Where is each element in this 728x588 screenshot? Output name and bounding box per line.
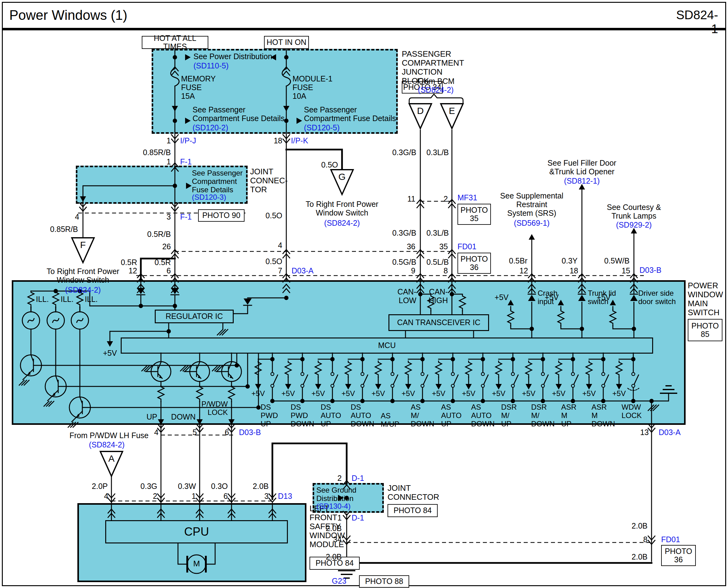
fuel-ref: (SD812-1) — [564, 176, 600, 185]
conn-d13: D13 — [278, 492, 292, 500]
pin-ipj: 1 — [167, 136, 171, 145]
pin-36: 36 — [407, 242, 415, 251]
pin-26: 26 — [162, 242, 171, 251]
conn-ipj: I/P-J — [180, 136, 196, 145]
sw-5v-5: +5V — [371, 390, 385, 398]
pin-ipk-4: 4 — [278, 241, 282, 250]
ground-jc-name: JOINT CONNECTOR — [387, 484, 439, 502]
triangle-e-letter: E — [449, 106, 455, 116]
conn-f1: F-1 — [180, 157, 192, 166]
wire-05o-branch: 0.5O — [321, 161, 338, 169]
motor-letter: M — [193, 559, 200, 568]
wire-05r-l: 0.5R — [121, 258, 137, 267]
see-power-distribution: See Power Distribution — [193, 52, 272, 61]
can-transceiver-ic-box: CAN TRANSCEIVER IC — [388, 314, 489, 331]
sw-label-1: DS PWD UP — [261, 403, 278, 428]
see-power-distribution-ref: (SD110-5) — [193, 61, 229, 70]
wire-03gb-1: 0.3G/B — [392, 148, 416, 157]
sw-5v-4: +5V — [341, 390, 355, 398]
sw-5v-11: +5V — [552, 390, 565, 398]
pin-a-4: 4 — [104, 492, 108, 500]
courtesy-ref: (SD929-2) — [616, 220, 651, 229]
wire-05lb: 0.5L/B — [427, 258, 449, 266]
sw-label-8: AS AUTO DOWN — [471, 403, 495, 428]
wire-03lb-1: 0.3L/B — [427, 148, 449, 157]
conn-ipk: I/P-K — [291, 136, 308, 145]
sw-5v-7: +5V — [432, 390, 445, 398]
wire-05gb: 0.5G/B — [392, 258, 416, 266]
pin-srs-12: 12 — [519, 266, 528, 275]
ground-dist-ref: (SD130-4) — [316, 502, 351, 510]
from-pwdw-fuse: From P/WDW LH Fuse — [69, 431, 149, 440]
wire-20b-5: 2.0B — [632, 552, 647, 561]
reg-5v: +5V — [103, 349, 117, 357]
wire-03w: 0.3W — [178, 482, 196, 490]
wiring-diagram-page: Power Windows (1) SD824-1 — [0, 0, 728, 588]
wire-05br: 0.5Br — [509, 256, 528, 265]
triangle-f-letter: F — [80, 240, 86, 250]
ill-1: ILL. — [36, 295, 49, 303]
g-destination-ref: (SD824-2) — [324, 218, 360, 227]
sw-5v-6: +5V — [402, 390, 415, 398]
bcm-brace — [409, 94, 463, 103]
from-bcm: From BCM — [417, 77, 455, 85]
f-destination: To Right Front Power Window Switch — [47, 267, 120, 284]
photo-90-box: PHOTO 90 — [198, 209, 244, 222]
wire-03o: 0.3O — [211, 482, 228, 490]
pin-out-6: 6 — [225, 428, 229, 437]
mcu-box: MCU — [121, 337, 653, 354]
sw-label-4: DS AUTO DOWN — [351, 403, 374, 428]
sw-label-13: WDW LOCK — [622, 403, 642, 420]
crash-5v: +5V — [495, 293, 509, 301]
conn-fd01-bot: FD01 — [661, 535, 680, 544]
conn-fd01: FD01 — [457, 242, 476, 251]
conn-mf31: MF31 — [457, 193, 477, 202]
joint-conn-name: JOINT CONNEC- TOR — [250, 167, 287, 194]
photo-36-box: PHOTO 36 — [457, 253, 491, 274]
pin-9: 9 — [411, 266, 415, 275]
up-label: UP — [146, 413, 157, 421]
photo-36b-box: PHOTO 36 — [661, 545, 696, 566]
wire-05o-2: 0.5O — [265, 211, 282, 220]
pin-34: 34 — [333, 535, 342, 544]
wire-05rb: 0.5R/B — [147, 230, 171, 238]
can-high: CAN- HIGH — [429, 287, 448, 305]
sw-5v-13: +5V — [612, 390, 625, 398]
conn-d1-bot: D-1 — [351, 513, 364, 522]
wire-20b-2: 2.0B — [326, 524, 342, 532]
hot-in-on-box: HOT IN ON — [264, 36, 309, 49]
fuel-text: See Fuel Filler Door &Trunk Lid Opener — [548, 159, 616, 176]
pin-courtesy-15: 15 — [622, 266, 630, 275]
sw-label-6: AS M/ DOWN — [411, 403, 434, 428]
sw-label-10: DSR M/ DOWN — [531, 403, 555, 428]
pin-mod-6: 6 — [223, 492, 228, 500]
trunk-5v: +5V — [545, 293, 559, 301]
pin-6: 6 — [167, 266, 171, 275]
page-title: Power Windows (1) — [9, 7, 127, 23]
hot-at-all-times-box: HOT AT ALL TIMES — [142, 36, 208, 49]
pin-mod-3: 3 — [264, 492, 269, 500]
can-low: CAN- LOW — [398, 287, 416, 305]
sw-label-5: AS M/UP — [381, 412, 399, 428]
wire-20b-3: 2.0B — [326, 552, 342, 561]
wire-03y: 0.3Y — [562, 256, 578, 265]
photo-84b-box: PHOTO 84 — [387, 504, 438, 517]
page-code: SD824-1 — [676, 8, 718, 36]
srs-text: See Supplemental Restraint System (SRS) — [500, 191, 563, 217]
ground-g23: G23 — [332, 576, 346, 585]
pin-fuel-18: 18 — [570, 266, 578, 275]
pin-d1-2: 2 — [337, 474, 342, 482]
fuse-details-right: See Passenger Compartment Fuse Details — [304, 105, 396, 123]
triangle-a-letter: A — [108, 453, 114, 464]
pin-f1: 1 — [167, 157, 171, 166]
sw-label-9: DSR M/ UP — [501, 403, 517, 428]
driver-5v: +5V — [597, 293, 611, 301]
joint-conn-ref: (SD120-3) — [192, 193, 226, 202]
connector-dashed-lines — [78, 201, 651, 543]
srs-ref: (SD569-1) — [514, 218, 550, 227]
wire-20p: 2.0P — [92, 482, 108, 490]
main-switch-name: POWER WINDOW MAIN SWITCH — [688, 281, 723, 317]
sw-5v-1: +5V — [251, 390, 265, 398]
courtesy-text: See Courtesy & Trunk Lamps — [607, 203, 661, 220]
pin-ipk-7: 7 — [278, 266, 282, 275]
